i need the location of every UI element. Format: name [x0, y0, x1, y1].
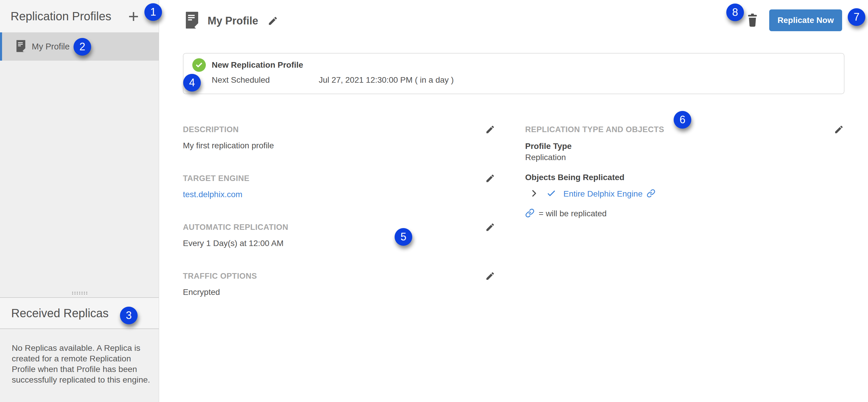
target-engine-link[interactable]: test.delphix.com [183, 190, 242, 199]
page-title: My Profile [208, 15, 258, 27]
replicated-object-row: Entire Delphix Engine [525, 188, 844, 200]
profile-type-value: Replication [525, 153, 844, 162]
received-replicas-title: Received Replicas [11, 307, 108, 320]
automatic-replication-label: AUTOMATIC REPLICATION [183, 223, 288, 232]
edit-description-button[interactable] [485, 124, 495, 135]
edit-target-engine-button[interactable] [485, 173, 495, 183]
add-profile-button[interactable]: + [125, 7, 142, 26]
automatic-replication-value: Every 1 Day(s) at 12:00 AM [183, 239, 495, 248]
details-left-column: DESCRIPTION My first replication profile… [183, 124, 495, 320]
annotation-badge-8: 8 [726, 3, 744, 21]
profile-list: My Profile [0, 32, 159, 297]
replicate-now-button[interactable]: Replicate Now [769, 9, 842, 31]
next-scheduled-value: Jul 27, 2021 12:30:00 PM ( in a day ) [319, 75, 454, 85]
sidebar: Replication Profiles + My Profile [0, 0, 159, 402]
link-chain-icon [525, 208, 534, 219]
annotation-badge-3: 3 [120, 307, 137, 324]
legend-text: = will be replicated [539, 209, 607, 218]
annotation-badge-7: 7 [848, 8, 865, 26]
edit-replication-type-button[interactable] [834, 124, 844, 135]
success-check-icon [192, 58, 206, 72]
received-replicas-panel: No Replicas available. A Replica is crea… [0, 329, 159, 402]
traffic-options-value: Encrypted [183, 288, 495, 297]
check-icon [546, 188, 556, 200]
annotation-badge-1: 1 [144, 3, 162, 21]
panel-resize-handle[interactable] [71, 291, 88, 296]
pencil-icon [485, 229, 495, 233]
sidebar-title: Replication Profiles [10, 10, 111, 23]
replication-type-label: REPLICATION TYPE AND OBJECTS [525, 125, 664, 134]
delete-profile-button[interactable] [746, 13, 758, 27]
pencil-icon [485, 278, 495, 282]
annotation-badge-4: 4 [183, 74, 201, 91]
profile-type-label: Profile Type [525, 142, 844, 151]
automatic-replication-section: AUTOMATIC REPLICATION Every 1 Day(s) at … [183, 222, 495, 271]
profile-details: DESCRIPTION My first replication profile… [183, 124, 844, 320]
edit-traffic-options-button[interactable] [485, 271, 495, 281]
status-banner: New Replication Profile Next Scheduled J… [183, 53, 844, 94]
edit-profile-name-button[interactable] [268, 16, 278, 26]
details-right-column: REPLICATION TYPE AND OBJECTS Profile Typ… [525, 124, 844, 219]
replication-legend: = will be replicated [525, 208, 844, 219]
sidebar-header: Replication Profiles + [0, 0, 159, 32]
profile-actions: Replicate Now [746, 9, 842, 31]
objects-being-replicated-label: Objects Being Replicated [525, 173, 844, 182]
description-value: My first replication profile [183, 141, 495, 150]
pencil-icon [268, 23, 278, 27]
replication-profile-icon [186, 12, 198, 30]
replication-profile-icon [17, 40, 25, 53]
sidebar-item-label: My Profile [32, 42, 70, 52]
plus-icon: + [128, 6, 139, 26]
edit-automatic-replication-button[interactable] [485, 222, 495, 232]
traffic-options-section: TRAFFIC OPTIONS Encrypted [183, 271, 495, 320]
next-scheduled-label: Next Scheduled [212, 75, 319, 85]
description-section: DESCRIPTION My first replication profile [183, 124, 495, 173]
annotation-badge-2: 2 [73, 38, 91, 56]
description-label: DESCRIPTION [183, 125, 239, 134]
annotation-badge-6: 6 [674, 111, 691, 128]
target-engine-section: TARGET ENGINE test.delphix.com [183, 173, 495, 222]
pencil-icon [485, 131, 495, 135]
received-replicas-empty-text: No Replicas available. A Replica is crea… [12, 343, 152, 385]
target-engine-label: TARGET ENGINE [183, 174, 250, 183]
replication-profiles-page: Replication Profiles + My Profile [0, 0, 868, 402]
pencil-icon [485, 180, 495, 184]
status-title: New Replication Profile [212, 60, 303, 70]
entire-delphix-engine-link[interactable]: Entire Delphix Engine [563, 189, 643, 199]
chevron-right-icon[interactable] [529, 189, 539, 199]
traffic-options-label: TRAFFIC OPTIONS [183, 271, 257, 281]
page-title-row: My Profile [186, 12, 278, 30]
link-chain-icon [647, 189, 655, 199]
pencil-icon [834, 131, 844, 135]
annotation-badge-5: 5 [395, 228, 412, 246]
trash-icon [746, 24, 758, 28]
